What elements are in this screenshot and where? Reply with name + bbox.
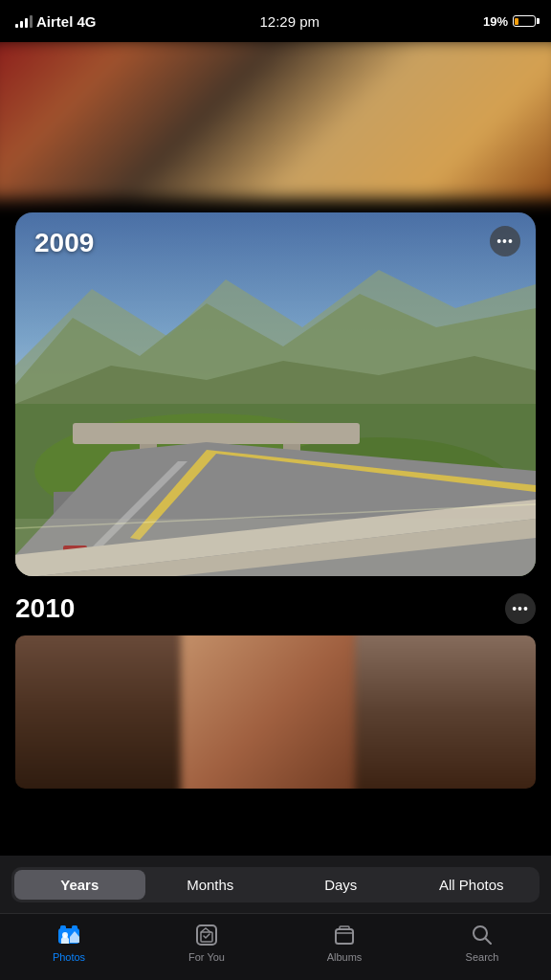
bottom-nav: Photos For You Albums xyxy=(0,913,551,980)
svg-rect-14 xyxy=(15,519,536,576)
battery-icon xyxy=(513,15,536,27)
time-display: 12:29 pm xyxy=(259,13,320,30)
tab-years[interactable]: Years xyxy=(14,870,145,900)
photo-thumb-1[interactable] xyxy=(15,635,196,789)
main-content: 2009 ••• 2010 ••• xyxy=(0,42,551,856)
battery-info: 19% xyxy=(483,14,536,29)
nav-albums[interactable]: Albums xyxy=(276,922,413,963)
year-label-2009: 2009 xyxy=(34,228,94,258)
status-bar: Airtel 4G 12:29 pm 19% xyxy=(0,0,551,42)
photo-thumb-2[interactable] xyxy=(181,635,370,789)
tab-all-photos[interactable]: All Photos xyxy=(407,870,538,900)
search-icon xyxy=(469,922,496,948)
svg-rect-20 xyxy=(72,925,77,930)
tab-days[interactable]: Days xyxy=(276,870,407,900)
signal-icon xyxy=(15,14,33,28)
carrier-info: Airtel 4G xyxy=(15,13,97,30)
nav-for-you-label: For You xyxy=(188,951,225,963)
time-period-tabs: Years Months Days All Photos xyxy=(0,856,551,913)
top-blurred-photo xyxy=(0,42,551,199)
nav-search-label: Search xyxy=(466,951,499,963)
for-you-icon xyxy=(193,922,220,948)
nav-search[interactable]: Search xyxy=(413,922,551,963)
more-button-2010[interactable]: ••• xyxy=(505,593,536,624)
svg-rect-7 xyxy=(73,423,360,444)
svg-rect-24 xyxy=(336,929,353,944)
nav-albums-label: Albums xyxy=(327,951,363,963)
highway-scene-svg xyxy=(15,212,536,576)
nav-for-you[interactable]: For You xyxy=(138,922,276,963)
photo-thumb-3[interactable] xyxy=(355,635,536,789)
svg-line-27 xyxy=(486,939,492,945)
year-card-2009[interactable]: 2009 ••• xyxy=(15,212,536,576)
battery-percentage: 19% xyxy=(483,14,508,29)
photo-grid-2010 xyxy=(15,635,536,789)
time-tabs-container: Years Months Days All Photos xyxy=(11,867,540,902)
card-photo-2009 xyxy=(15,212,536,576)
carrier-label: Airtel 4G xyxy=(36,13,97,30)
tab-months[interactable]: Months xyxy=(145,870,276,900)
year-section-2010: 2010 ••• xyxy=(0,593,551,789)
year-title-2010: 2010 xyxy=(15,593,75,624)
year-header-2010: 2010 ••• xyxy=(15,593,536,624)
albums-icon xyxy=(331,922,358,948)
nav-photos[interactable]: Photos xyxy=(0,922,138,963)
svg-rect-21 xyxy=(60,925,66,930)
photos-icon xyxy=(55,922,82,948)
nav-photos-label: Photos xyxy=(53,951,85,963)
more-button-2009[interactable]: ••• xyxy=(490,226,520,256)
